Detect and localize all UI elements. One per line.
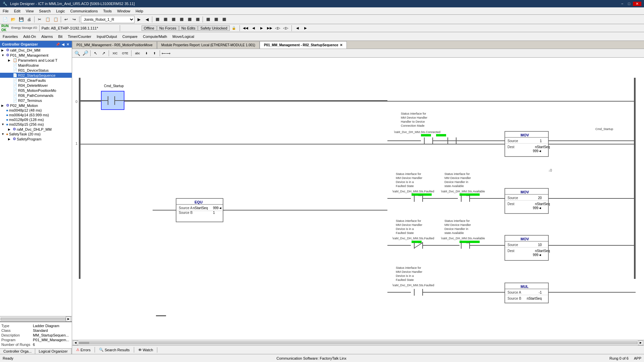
tree-container[interactable]: ▶ ⚙ raM_Dvc_DH_MM ▼ ⚙ P01_MM_Management … [0,48,72,316]
routine-dropdown[interactable]: Joints_Robot_1_R [81,16,135,23]
nav-move-logical[interactable]: Move/Logical [170,34,197,39]
safety-icon-button[interactable]: 🔒 [230,25,237,31]
nav-alarms[interactable]: Alarms [39,34,55,39]
menu-communications[interactable]: Communications [68,8,101,14]
insert-coil[interactable]: OTE [120,50,130,57]
tree-item-ms0048[interactable]: ▶ ● ms0048p12 (48 ms) [0,108,72,113]
go-button[interactable]: ▶ [135,16,143,23]
tree-item-P02[interactable]: ▶ ⚙ P02_MM_Motion [0,103,72,108]
nav-left[interactable]: ◀◀ [242,24,249,32]
zoom-out[interactable]: 🔎 [82,50,89,57]
menu-help[interactable]: Help [133,8,146,14]
menu-search[interactable]: Search [36,8,53,14]
nav-timer-counter[interactable]: Timer/Counter [65,34,94,39]
new-button[interactable]: 📄 [1,16,9,23]
maximize-button[interactable]: □ [626,2,632,6]
safety-unlocked-button[interactable]: Safety Unlocked [198,25,229,31]
scroll-right-btn[interactable]: ▶ [302,24,309,32]
expand-P01[interactable]: ▼ [1,54,5,57]
offline-button[interactable]: Offline [142,25,157,31]
tree-item-R02[interactable]: ▶ 📄 R02_StartupSequence [0,73,72,78]
paste-button[interactable]: 📋 [52,16,59,23]
nav-search2[interactable]: ◁▷ [282,24,289,32]
no-edits-button[interactable]: No Edits [179,25,198,31]
print-button[interactable]: 🖨 [25,16,33,23]
upload-btn[interactable]: ⬆ [151,50,158,57]
organizer-autohide-btn[interactable]: ◀ [61,43,65,46]
help2-button[interactable]: ⬛ [212,16,220,23]
tree-item-main-routine[interactable]: ▶ 📄 MainRoutine [0,63,72,68]
diagram-hscroll[interactable]: ◀ ▶ [72,340,644,345]
expand-params[interactable]: ▶ [8,59,12,62]
nav-next[interactable]: ▶ [258,24,265,32]
tree-item-ms0256[interactable]: ▼ ● ms0256p15 (256 ms) [0,122,72,127]
undo-button[interactable]: ↩ [62,16,70,23]
nav-input-output[interactable]: Input/Output [94,34,120,39]
doc-tab-R05[interactable]: P01_MM_Management - R05_MotionPositionMo… [72,41,157,49]
select-btn[interactable]: ↖ [92,50,99,57]
organizer-close-btn[interactable]: ✕ [66,43,70,46]
close-button[interactable]: ✕ [633,2,641,6]
menu-window[interactable]: Window [114,8,133,14]
menu-view[interactable]: View [23,8,37,14]
ladder-diagram-area[interactable]: 0 Cmd_Startup 1 [72,58,644,340]
task4-button[interactable]: ⬛ [178,16,185,23]
doc-tab-R02[interactable]: P01_MM_Management - R02_StartupSequence … [260,41,347,49]
tree-item-R04[interactable]: ▶ 📄 R04_DeleteMover [0,83,72,88]
tree-item-raM-DHLP[interactable]: ▶ ⚙ raM_Dvc_DHLP_MM [0,127,72,132]
task5-button[interactable]: ⬛ [186,16,193,23]
verify-btn[interactable]: abc [133,50,142,57]
scroll-left-btn[interactable]: ◀ [294,24,301,32]
nav-search[interactable]: ◁▷ [274,24,281,32]
scroll-right-diagram[interactable]: ▶ [638,341,643,345]
no-forces-button[interactable]: No Forces [157,25,179,31]
expand-raM-Dvc[interactable]: ▶ [1,49,5,52]
tree-item-R06[interactable]: ▶ 📄 R06_PathCommands [0,93,72,98]
help3-button[interactable]: ⬛ [220,16,228,23]
back-button[interactable]: ◀ [143,16,151,23]
help1-button[interactable]: ⬛ [204,16,212,23]
errors-tab[interactable]: ⚠ Errors [72,347,95,353]
tree-item-safety-task[interactable]: ▼ ● SafetyTask (20 ms) [0,132,72,136]
tree-item-R05[interactable]: ▶ 📄 R05_MotionPositionMo [0,88,72,93]
tree-item-R01[interactable]: ▶ 📄 R01_DeviceStatus [0,68,72,73]
organizer-pin-btn[interactable]: 📌 [55,43,60,46]
tree-item-P01-MM[interactable]: ▼ ⚙ P01_MM_Management [0,53,72,58]
search-results-tab[interactable]: 🔍 Search Results [95,347,134,353]
nav-bit[interactable]: Bit [55,34,65,39]
tree-item-params[interactable]: ▶ 📋 Parameters and Local T [0,58,72,63]
minimize-button[interactable]: − [619,2,625,6]
nav-right[interactable]: ▶▶ [266,24,273,32]
controller-organizer-tab[interactable]: Controller Orga... [0,349,35,354]
hscroll-track[interactable] [79,342,637,344]
redo-button[interactable]: ↪ [70,16,78,23]
doc-tab-R02-close[interactable]: ✕ [340,43,342,47]
task1-button[interactable]: ⬛ [154,16,161,23]
download-btn[interactable]: ⬇ [143,50,150,57]
toggle-btn[interactable]: ⟵⟶ [161,50,171,57]
menu-logic[interactable]: Logic [53,8,67,14]
insert-contact[interactable]: XIC [110,50,120,57]
open-button[interactable]: 📂 [9,16,17,23]
tree-hscroll[interactable]: ▶ [0,316,72,321]
tree-item-ms0128[interactable]: ▶ ● ms0128p09 (128 ms) [0,117,72,122]
cut-button[interactable]: ✂ [36,16,43,23]
nav-compare[interactable]: Compare [120,34,140,39]
save-button[interactable]: 💾 [17,16,25,23]
tree-item-safety-program[interactable]: ▶ ⚙ SafetyProgram [0,136,72,141]
nav-addon[interactable]: Add-On [20,34,39,39]
zoom-in[interactable]: 🔍 [73,50,81,57]
nav-favorites[interactable]: Favorites [0,34,20,39]
tree-item-ms0064[interactable]: ▶ ● ms0064p14 (63.999 ms) [0,113,72,117]
scroll-right-tree[interactable]: ▶ [66,316,71,322]
hscroll-thumb[interactable] [79,342,89,344]
cursor-btn[interactable]: ↗ [100,50,107,57]
scroll-left-diagram[interactable]: ◀ [73,341,78,345]
menu-tools[interactable]: Tools [100,8,114,14]
logical-organizer-tab[interactable]: Logical Organizer [35,349,71,354]
task2-button[interactable]: ⬛ [162,16,169,23]
doc-tab-module-props[interactable]: Module Properties Report: Local (ETHERNE… [157,41,260,49]
nav-compute-math[interactable]: Compute/Math [140,34,170,39]
menu-file[interactable]: File [0,8,11,14]
task3-button[interactable]: ⬛ [170,16,177,23]
